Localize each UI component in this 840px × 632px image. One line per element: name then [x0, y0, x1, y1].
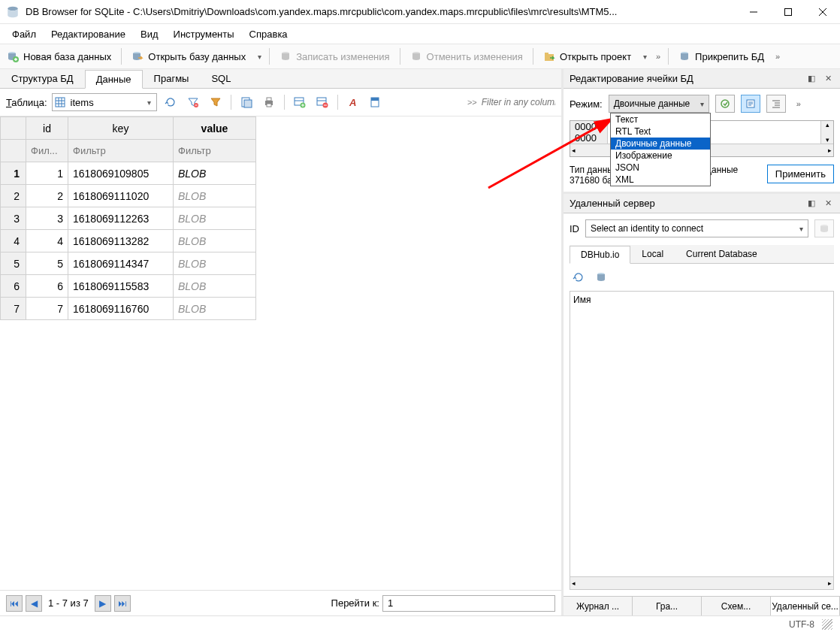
identity-selector[interactable]: Select an identity to connect ▾	[585, 219, 808, 237]
tab-data[interactable]: Данные	[85, 70, 143, 89]
minimize-button[interactable]	[736, 0, 771, 24]
open-project-dropdown[interactable]: ▾	[638, 53, 651, 61]
apply-button[interactable]: Применить	[767, 165, 834, 183]
cell-value[interactable]: BLOB	[174, 162, 256, 185]
maximize-button[interactable]	[771, 0, 805, 24]
filter-id[interactable]	[26, 140, 68, 162]
wrap-button[interactable]	[741, 95, 760, 113]
goto-input[interactable]	[382, 595, 555, 612]
toolbar-overflow-1[interactable]: »	[651, 52, 665, 61]
menu-view[interactable]: Вид	[133, 26, 166, 42]
cell-id[interactable]: 4	[26, 230, 68, 252]
row-number[interactable]: 7	[1, 298, 26, 320]
bottom-tab-schema[interactable]: Схем...	[702, 597, 771, 615]
filter-key[interactable]	[68, 140, 173, 162]
table-row[interactable]: 551618069114347BLOB	[1, 252, 256, 275]
cell-id[interactable]: 1	[26, 162, 68, 185]
cell-value[interactable]: BLOB	[174, 298, 256, 320]
row-number[interactable]: 4	[1, 230, 26, 252]
tab-sql[interactable]: SQL	[200, 69, 242, 88]
remote-list[interactable]: Имя ◂▸	[570, 291, 834, 590]
menu-help[interactable]: Справка	[242, 26, 295, 42]
close-pane-button[interactable]: ✕	[822, 198, 834, 210]
table-row[interactable]: 441618069113282BLOB	[1, 230, 256, 252]
editcell-overflow[interactable]: »	[792, 99, 805, 108]
cell-key[interactable]: 1618069112263	[68, 207, 174, 230]
remote-tab-current[interactable]: Current Database	[675, 245, 769, 263]
table-row[interactable]: 221618069111020BLOB	[1, 185, 256, 207]
col-header-id[interactable]: id	[26, 117, 68, 140]
bottom-tab-log[interactable]: Журнал ...	[564, 597, 633, 615]
cell-id[interactable]: 2	[26, 185, 68, 207]
cell-value[interactable]: BLOB	[174, 207, 256, 230]
table-row[interactable]: 331618069112263BLOB	[1, 207, 256, 230]
row-number[interactable]: 1	[1, 162, 26, 185]
clear-filter-button[interactable]	[184, 93, 202, 111]
cell-value[interactable]: BLOB	[174, 230, 256, 252]
cell-value[interactable]: BLOB	[174, 185, 256, 207]
mode-dropdown[interactable]: ТекстRTL TextДвоичные данныеИзображениеJ…	[610, 113, 711, 186]
next-page-button[interactable]: ▶	[95, 595, 111, 612]
prev-page-button[interactable]: ◀	[26, 595, 42, 612]
corner-header[interactable]	[1, 117, 26, 140]
col-header-value[interactable]: value	[174, 117, 256, 140]
open-database-dropdown[interactable]: ▾	[252, 53, 266, 61]
remote-tab-local[interactable]: Local	[630, 245, 675, 263]
remote-tab-dbhub[interactable]: DBHub.io	[570, 246, 630, 264]
conditional-format-button[interactable]	[367, 93, 385, 111]
cell-id[interactable]: 6	[26, 275, 68, 298]
data-grid[interactable]: id key value 111618069109805BLOB22161806…	[0, 116, 561, 590]
indent-button[interactable]	[766, 95, 786, 113]
export-button[interactable]	[237, 93, 255, 111]
menu-file[interactable]: Файл	[5, 26, 44, 42]
revert-changes-button[interactable]: Отменить изменения	[403, 47, 530, 66]
auto-format-button[interactable]	[715, 95, 735, 113]
new-database-button[interactable]: Новая база данных	[0, 47, 118, 66]
open-database-button[interactable]: Открыть базу данных	[125, 47, 252, 66]
undock-button[interactable]: ◧	[805, 198, 817, 210]
undock-button[interactable]: ◧	[805, 73, 817, 85]
attach-db-button[interactable]: Прикрепить БД	[672, 47, 771, 66]
row-number[interactable]: 5	[1, 252, 26, 275]
first-page-button[interactable]: ⏮	[6, 595, 23, 612]
remote-hscroll[interactable]: ◂▸	[570, 576, 833, 589]
mode-option[interactable]: XML	[611, 174, 710, 186]
cell-key[interactable]: 1618069115583	[68, 275, 174, 298]
cell-key[interactable]: 1618069116760	[68, 298, 174, 320]
col-header-key[interactable]: key	[68, 117, 174, 140]
resize-grip[interactable]	[822, 619, 832, 630]
mode-option[interactable]: JSON	[611, 162, 710, 174]
insert-row-button[interactable]	[291, 93, 309, 111]
save-filter-button[interactable]	[207, 93, 225, 111]
table-row[interactable]: 771618069116760BLOB	[1, 298, 256, 320]
tab-structure[interactable]: Структура БД	[0, 69, 85, 88]
cell-key[interactable]: 1618069113282	[68, 230, 174, 252]
row-number[interactable]: 3	[1, 207, 26, 230]
close-pane-button[interactable]: ✕	[822, 73, 834, 85]
tab-pragmas[interactable]: Прагмы	[143, 69, 201, 88]
table-selector[interactable]: items ▾	[52, 93, 157, 111]
mode-option[interactable]: RTL Text	[611, 125, 710, 138]
mode-option[interactable]: Текст	[611, 113, 710, 125]
cell-id[interactable]: 3	[26, 207, 68, 230]
toolbar-overflow-2[interactable]: »	[771, 52, 784, 61]
hex-vscroll[interactable]: ▴▾	[820, 121, 833, 144]
push-button[interactable]	[814, 219, 834, 237]
table-row[interactable]: 661618069115583BLOB	[1, 275, 256, 298]
filter-all-input[interactable]	[482, 94, 555, 110]
remote-refresh-button[interactable]	[570, 268, 588, 286]
bottom-tab-remote[interactable]: Удаленный се...	[771, 597, 840, 615]
last-page-button[interactable]: ⏭	[114, 595, 131, 612]
delete-row-button[interactable]	[313, 93, 331, 111]
cell-id[interactable]: 7	[26, 298, 68, 320]
filter-value[interactable]	[174, 140, 255, 162]
refresh-button[interactable]	[162, 93, 180, 111]
mode-selector[interactable]: Двоичные данные ▾	[609, 95, 709, 113]
open-project-button[interactable]: Открыть проект	[536, 47, 638, 66]
bottom-tab-graph[interactable]: Гра...	[633, 597, 702, 615]
row-number[interactable]: 6	[1, 275, 26, 298]
menu-tools[interactable]: Инструменты	[166, 26, 242, 42]
cell-id[interactable]: 5	[26, 252, 68, 275]
close-button[interactable]	[805, 0, 840, 24]
row-number[interactable]: 2	[1, 185, 26, 207]
